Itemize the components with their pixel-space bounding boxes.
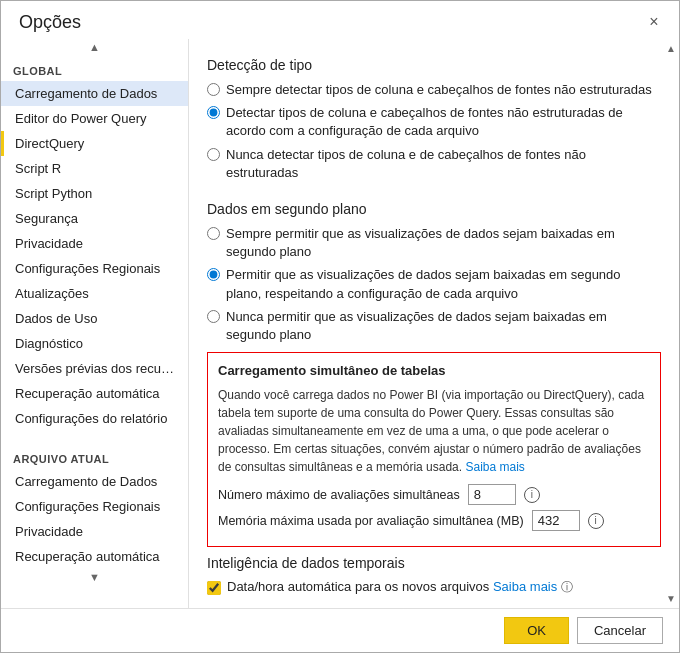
type-detection-title: Detecção de tipo <box>207 57 679 73</box>
sidebar-item-a-privacidade[interactable]: Privacidade <box>1 519 188 544</box>
type-detection-label-1: Sempre detectar tipos de coluna e cabeça… <box>226 81 652 99</box>
scroll-track: ▲ ▼ <box>663 39 679 608</box>
simult-loading-title: Carregamento simultâneo de tabelas <box>218 363 648 378</box>
background-data-label-1: Sempre permitir que as visualizações de … <box>226 225 659 261</box>
background-data-option-2[interactable]: Permitir que as visualizações de dados s… <box>207 266 679 302</box>
type-detection-label-2: Detectar tipos de coluna e cabeçalhos de… <box>226 104 659 140</box>
cancel-button[interactable]: Cancelar <box>577 617 663 644</box>
max-evals-input[interactable] <box>468 484 516 505</box>
background-data-radio-3[interactable] <box>207 310 220 323</box>
dialog-title: Opções <box>19 12 81 33</box>
scroll-up-icon[interactable]: ▲ <box>666 43 676 54</box>
sidebar-item-seguranca[interactable]: Segurança <box>1 206 188 231</box>
options-dialog: Opções × ▲ GLOBAL Carregamento de Dados … <box>0 0 680 653</box>
temporal-icon: ⓘ <box>561 580 573 594</box>
sidebar-arquivo-label: ARQUIVO ATUAL <box>1 443 188 469</box>
background-data-label-2: Permitir que as visualizações de dados s… <box>226 266 659 302</box>
background-data-radio-2[interactable] <box>207 268 220 281</box>
temporal-checkbox[interactable] <box>207 581 221 595</box>
type-detection-radio-3[interactable] <box>207 148 220 161</box>
close-button[interactable]: × <box>643 11 665 33</box>
sidebar-item-config-regionais[interactable]: Configurações Regionais <box>1 256 188 281</box>
sidebar: ▲ GLOBAL Carregamento de Dados Editor do… <box>1 39 189 608</box>
temporal-checkbox-item[interactable]: Data/hora automática para os novos arqui… <box>207 579 679 596</box>
simult-loading-link[interactable]: Saiba mais <box>465 460 524 474</box>
sidebar-scroll-up[interactable]: ▲ <box>1 39 188 55</box>
sidebar-item-atualizacoes[interactable]: Atualizações <box>1 281 188 306</box>
ok-button[interactable]: OK <box>504 617 569 644</box>
max-evals-info-icon[interactable]: i <box>524 487 540 503</box>
type-detection-option-3[interactable]: Nunca detectar tipos de coluna e de cabe… <box>207 146 679 182</box>
max-memory-label: Memória máxima usada por avaliação simul… <box>218 514 524 528</box>
max-memory-info-icon[interactable]: i <box>588 513 604 529</box>
sidebar-item-editor-power-query[interactable]: Editor do Power Query <box>1 106 188 131</box>
type-detection-radio-1[interactable] <box>207 83 220 96</box>
max-memory-input[interactable] <box>532 510 580 531</box>
sidebar-item-directquery[interactable]: DirectQuery <box>1 131 188 156</box>
sidebar-scroll-down[interactable]: ▼ <box>1 569 188 585</box>
simult-loading-desc: Quando você carrega dados no Power BI (v… <box>218 386 648 476</box>
background-data-title: Dados em segundo plano <box>207 201 679 217</box>
sidebar-item-privacidade[interactable]: Privacidade <box>1 231 188 256</box>
sidebar-item-script-r[interactable]: Script R <box>1 156 188 181</box>
temporal-saiba-mais-link[interactable]: Saiba mais <box>493 579 557 594</box>
background-data-radio-1[interactable] <box>207 227 220 240</box>
temporal-checkbox-label: Data/hora automática para os novos arqui… <box>227 579 573 596</box>
dialog-footer: OK Cancelar <box>1 608 679 652</box>
sidebar-item-carregamento-dados[interactable]: Carregamento de Dados <box>1 81 188 106</box>
background-data-label-3: Nunca permitir que as visualizações de d… <box>226 308 659 344</box>
sidebar-item-diagnostico[interactable]: Diagnóstico <box>1 331 188 356</box>
max-evals-field: Número máximo de avaliações simultâneas … <box>218 484 648 505</box>
background-data-option-3[interactable]: Nunca permitir que as visualizações de d… <box>207 308 679 344</box>
background-data-option-1[interactable]: Sempre permitir que as visualizações de … <box>207 225 679 261</box>
type-detection-option-1[interactable]: Sempre detectar tipos de coluna e cabeça… <box>207 81 679 99</box>
sidebar-item-script-python[interactable]: Script Python <box>1 181 188 206</box>
dialog-body: ▲ GLOBAL Carregamento de Dados Editor do… <box>1 39 679 608</box>
sidebar-item-a-carregamento[interactable]: Carregamento de Dados <box>1 469 188 494</box>
sidebar-item-dados-de-uso[interactable]: Dados de Uso <box>1 306 188 331</box>
type-detection-label-3: Nunca detectar tipos de coluna e de cabe… <box>226 146 659 182</box>
dialog-titlebar: Opções × <box>1 1 679 39</box>
sidebar-item-a-recuperacao[interactable]: Recuperação automática <box>1 544 188 569</box>
main-content: ▲ ▼ Detecção de tipo Sempre detectar tip… <box>189 39 679 608</box>
sidebar-global-label: GLOBAL <box>1 55 188 81</box>
sidebar-item-versoes-previas[interactable]: Versões prévias dos recursos <box>1 356 188 381</box>
temporal-section: Inteligência de dados temporais Data/hor… <box>207 555 679 596</box>
background-data-options: Sempre permitir que as visualizações de … <box>207 225 679 344</box>
type-detection-option-2[interactable]: Detectar tipos de coluna e cabeçalhos de… <box>207 104 679 140</box>
temporal-title: Inteligência de dados temporais <box>207 555 679 571</box>
max-memory-field: Memória máxima usada por avaliação simul… <box>218 510 648 531</box>
simult-loading-box: Carregamento simultâneo de tabelas Quand… <box>207 352 661 547</box>
max-evals-label: Número máximo de avaliações simultâneas <box>218 488 460 502</box>
type-detection-radio-2[interactable] <box>207 106 220 119</box>
sidebar-item-config-relatorio[interactable]: Configurações do relatório <box>1 406 188 431</box>
sidebar-item-recuperacao-auto[interactable]: Recuperação automática <box>1 381 188 406</box>
scroll-down-icon[interactable]: ▼ <box>666 593 676 604</box>
sidebar-item-a-config-regionais[interactable]: Configurações Regionais <box>1 494 188 519</box>
type-detection-options: Sempre detectar tipos de coluna e cabeça… <box>207 81 679 182</box>
